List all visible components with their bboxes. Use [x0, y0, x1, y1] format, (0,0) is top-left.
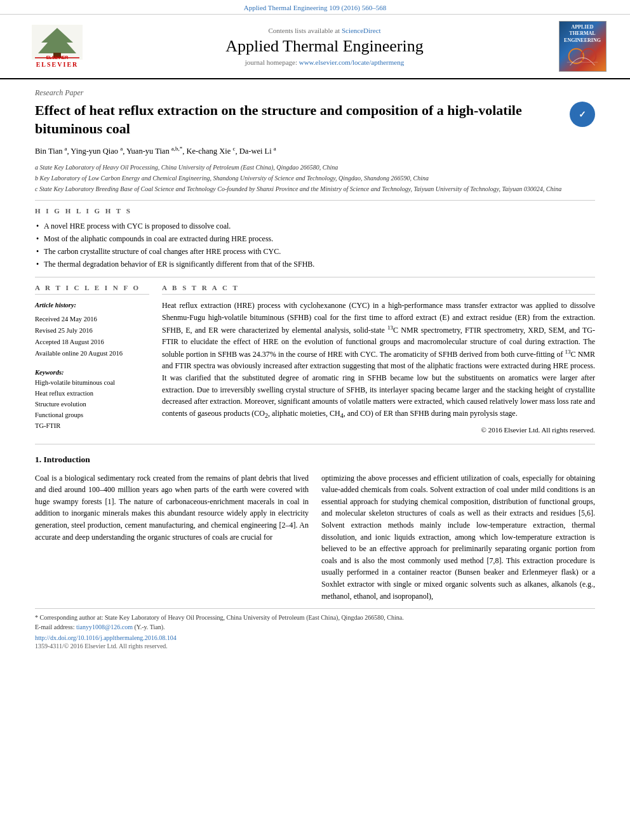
top-bar: Applied Thermal Engineering 109 (2016) 5… — [0, 0, 630, 15]
doi-link[interactable]: http://dx.doi.org/10.1016/j.applthermale… — [35, 634, 595, 641]
intro-left-col: Coal is a biological sedimentary rock cr… — [35, 472, 309, 603]
affiliation-c: c State Key Laboratory Breeding Base of … — [35, 184, 595, 194]
corresponding-note: * Corresponding author at: State Key Lab… — [35, 613, 595, 622]
email-line: E-mail address: tianyy1008@126.com (Y.-y… — [35, 622, 595, 632]
author-ying-yun-qiao: Ying-yun Qiao a — [70, 147, 123, 156]
highlights-list: A novel HRE process with CYC is proposed… — [35, 220, 595, 270]
abstract-column: A B S T R A C T Heat reflux extraction (… — [162, 284, 595, 433]
history-label: Article history: — [35, 300, 149, 311]
divider-2 — [35, 277, 595, 277]
journal-title: Applied Thermal Engineering — [108, 37, 541, 56]
journal-title-area: Contents lists available at ScienceDirec… — [95, 27, 554, 66]
intro-section-number: 1. — [35, 455, 41, 465]
divider-1 — [35, 200, 595, 201]
elsevier-text: ELSEVIER — [36, 61, 79, 68]
keywords-section: Keywords: High-volatile bituminous coal … — [35, 367, 149, 432]
intro-left-text: Coal is a biological sedimentary rock cr… — [35, 472, 309, 543]
svg-text:✓: ✓ — [579, 109, 586, 119]
sciencedirect-note: Contents lists available at ScienceDirec… — [108, 27, 541, 34]
page: Applied Thermal Engineering 109 (2016) 5… — [0, 0, 630, 840]
homepage-url[interactable]: www.elsevier.com/locate/apthermeng — [299, 58, 404, 66]
copyright-text: © 2016 Elsevier Ltd. All rights reserved… — [162, 426, 595, 434]
available-date: Available online 20 August 2016 — [35, 348, 149, 359]
issn-text: 1359-4311/© 2016 Elsevier Ltd. All right… — [35, 643, 595, 650]
svg-text:ELSEVIER: ELSEVIER — [46, 55, 69, 60]
affiliation-a: a State Key Laboratory of Heavy Oil Proc… — [35, 163, 595, 172]
crossmark-icon: ✓ — [573, 105, 591, 123]
elsevier-tree-icon: ELSEVIER — [32, 25, 83, 60]
cover-graphic — [563, 44, 601, 69]
abstract-text: Heat reflux extraction (HRE) process wit… — [162, 300, 595, 420]
cover-text: APPLIED THERMAL ENGINEERING — [564, 24, 601, 44]
author-yuan-yu-tian: Yuan-yu Tian a,b,* — [126, 147, 182, 156]
journal-cover-image: APPLIED THERMAL ENGINEERING — [559, 21, 607, 72]
highlight-4: The thermal degradation behavior of ER i… — [35, 258, 595, 270]
journal-homepage: journal homepage: www.elsevier.com/locat… — [108, 58, 541, 66]
sciencedirect-link[interactable]: ScienceDirect — [342, 27, 381, 34]
intro-section-title: Introduction — [43, 455, 90, 465]
highlight-3: The carbon crystallite structure of coal… — [35, 245, 595, 258]
intro-right-col: optimizing the above processes and effic… — [321, 472, 595, 603]
main-content: Research Paper Effect of heat reflux ext… — [0, 79, 630, 658]
author-bin-tian: Bin Tian a — [35, 147, 67, 156]
introduction-body: Coal is a biological sedimentary rock cr… — [35, 472, 595, 603]
authors-line: Bin Tian a, Ying-yun Qiao a, Yuan-yu Tia… — [35, 144, 595, 157]
introduction-section: 1. Introduction Coal is a biological sed… — [35, 455, 595, 603]
publisher-logo-area: ELSEVIER ELSEVIER — [19, 25, 95, 68]
article-info-label: A R T I C L E I N F O — [35, 284, 149, 295]
article-title: Effect of heat reflux extraction on the … — [35, 102, 595, 138]
abstract-label: A B S T R A C T — [162, 284, 595, 295]
received-date: Received 24 May 2016 — [35, 314, 149, 325]
journal-cover-area: APPLIED THERMAL ENGINEERING — [554, 21, 611, 72]
article-history: Article history: Received 24 May 2016 Re… — [35, 300, 149, 359]
author-da-wei-li: Da-wei Li a — [239, 147, 276, 156]
highlight-2: Most of the aliphatic compounds in coal … — [35, 232, 595, 245]
keywords-list: High-volatile bituminous coal Heat reflu… — [35, 378, 149, 431]
accepted-date: Accepted 18 August 2016 — [35, 337, 149, 348]
crossmark-badge[interactable]: ✓ — [570, 102, 595, 127]
article-type: Research Paper — [35, 88, 595, 98]
footnote-section: * Corresponding author at: State Key Lab… — [35, 608, 595, 650]
highlights-section: H I G H L I G H T S A novel HRE process … — [35, 207, 595, 270]
keyword-1: High-volatile bituminous coal — [35, 378, 149, 389]
keywords-label: Keywords: — [35, 367, 149, 378]
keyword-4: Functional groups — [35, 410, 149, 421]
journal-reference: Applied Thermal Engineering 109 (2016) 5… — [244, 4, 386, 11]
highlights-title: H I G H L I G H T S — [35, 207, 595, 215]
article-info-column: A R T I C L E I N F O Article history: R… — [35, 284, 149, 433]
highlight-1: A novel HRE process with CYC is proposed… — [35, 220, 595, 232]
journal-header: ELSEVIER ELSEVIER Contents lists availab… — [0, 15, 630, 79]
affiliation-b: b Key Laboratory of Low Carbon Energy an… — [35, 173, 595, 183]
affiliations: a State Key Laboratory of Heavy Oil Proc… — [35, 163, 595, 194]
keyword-2: Heat reflux extraction — [35, 389, 149, 399]
author-ke-chang-xie: Ke-chang Xie c — [187, 147, 236, 156]
divider-3 — [35, 444, 595, 444]
intro-right-text: optimizing the above processes and effic… — [321, 472, 595, 603]
keyword-5: TG-FTIR — [35, 421, 149, 432]
keyword-3: Structure evolution — [35, 399, 149, 410]
info-abstract-columns: A R T I C L E I N F O Article history: R… — [35, 284, 595, 433]
revised-date: Revised 25 July 2016 — [35, 325, 149, 337]
email-link[interactable]: tianyy1008@126.com — [76, 623, 133, 630]
